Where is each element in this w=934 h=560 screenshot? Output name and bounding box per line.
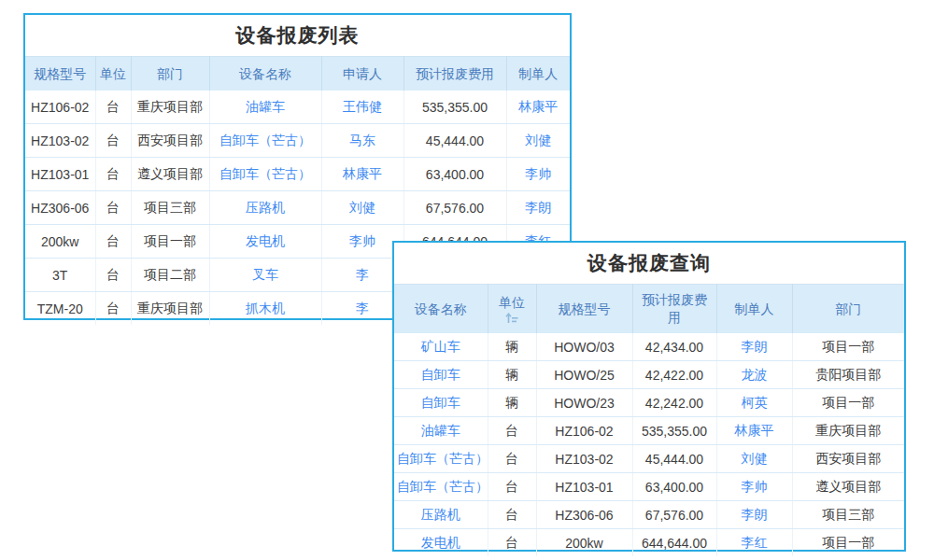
cell-unit: 辆 xyxy=(488,389,536,417)
cell-spec: HZ106-02 xyxy=(25,91,95,124)
cell-applicant[interactable]: 马东 xyxy=(321,124,403,158)
table-row: 自卸车（芒古）台HZ103-0245,444.00刘健西安项目部 xyxy=(394,445,904,473)
cell-maker[interactable]: 李红 xyxy=(716,529,792,557)
column-header-spec: 规格型号 xyxy=(25,57,95,91)
cell-cost: 63,400.00 xyxy=(403,158,506,191)
cell-applicant[interactable]: 李帅 xyxy=(321,225,403,259)
cell-maker[interactable]: 林康平 xyxy=(506,91,570,124)
table-row: 发电机台200kw644,644.00李红项目一部 xyxy=(394,529,904,557)
cell-dept: 贵阳项目部 xyxy=(792,361,904,389)
cell-maker[interactable]: 柯英 xyxy=(716,389,792,417)
cell-cost: 535,355.00 xyxy=(632,417,716,445)
column-header-unit: 单位 xyxy=(95,57,131,91)
cell-spec: 200kw xyxy=(25,225,95,259)
cell-cost: 42,242.00 xyxy=(632,389,716,417)
cell-dept: 重庆项目部 xyxy=(131,91,209,124)
scrap-query-title: 设备报废查询 xyxy=(394,243,904,284)
cell-spec: TZM-20 xyxy=(25,292,95,326)
cell-device[interactable]: 油罐车 xyxy=(209,91,321,124)
cell-device[interactable]: 自卸车 xyxy=(394,361,488,389)
cell-maker[interactable]: 刘健 xyxy=(506,124,570,158)
cell-unit: 台 xyxy=(95,158,131,191)
cell-unit: 台 xyxy=(95,225,131,259)
cell-spec: HZ103-01 xyxy=(25,158,95,191)
cell-maker[interactable]: 李帅 xyxy=(716,473,792,501)
cell-cost: 42,422.00 xyxy=(632,361,716,389)
cell-applicant[interactable]: 李 xyxy=(321,292,403,326)
column-header-dept: 部门 xyxy=(131,57,209,91)
column-header-cost: 预计报废费用 xyxy=(632,285,716,334)
cell-dept: 项目三部 xyxy=(131,191,209,225)
table-row: 自卸车辆HOWO/2342,242.00柯英项目一部 xyxy=(394,389,904,417)
cell-unit: 台 xyxy=(488,529,536,557)
table-row: 压路机台HZ306-0667,576.00李朗项目三部 xyxy=(394,501,904,529)
column-label: 制单人 xyxy=(511,65,567,83)
cell-device[interactable]: 发电机 xyxy=(394,529,488,557)
cell-spec: 3T xyxy=(25,259,95,292)
cell-cost: 535,355.00 xyxy=(403,91,506,124)
cell-dept: 项目一部 xyxy=(792,389,904,417)
scrap-query-table: 设备名称单位规格型号预计报废费用制单人部门矿山车辆HOWO/0342,434.0… xyxy=(394,284,904,556)
cell-maker[interactable]: 龙波 xyxy=(716,361,792,389)
column-label: 申请人 xyxy=(326,65,400,83)
cell-maker[interactable]: 李朗 xyxy=(506,191,570,225)
cell-device[interactable]: 压路机 xyxy=(209,191,321,225)
cell-dept: 重庆项目部 xyxy=(792,417,904,445)
cell-maker[interactable]: 李朗 xyxy=(716,501,792,529)
column-label: 部门 xyxy=(797,301,901,318)
cell-spec: HZ103-02 xyxy=(536,445,632,473)
table-row: 油罐车台HZ106-02535,355.00林康平重庆项目部 xyxy=(394,417,904,445)
cell-device[interactable]: 自卸车（芒古） xyxy=(209,124,321,158)
cell-spec: 200kw xyxy=(536,529,632,557)
cell-dept: 项目一部 xyxy=(792,529,904,557)
column-label: 设备名称 xyxy=(214,65,318,83)
cell-device[interactable]: 压路机 xyxy=(394,501,488,529)
cell-device[interactable]: 叉车 xyxy=(209,259,321,292)
cell-device[interactable]: 抓木机 xyxy=(209,292,321,326)
cell-unit: 台 xyxy=(95,292,131,326)
cell-maker[interactable]: 李朗 xyxy=(716,333,792,361)
header-row: 设备名称单位规格型号预计报废费用制单人部门 xyxy=(394,285,904,334)
cell-device[interactable]: 自卸车（芒古） xyxy=(394,445,488,473)
cell-spec: HOWO/25 xyxy=(536,361,632,389)
cell-spec: HZ103-01 xyxy=(536,473,632,501)
cell-device[interactable]: 自卸车（芒古） xyxy=(394,473,488,501)
column-header-unit[interactable]: 单位 xyxy=(488,285,536,334)
cell-device[interactable]: 自卸车 xyxy=(394,389,488,417)
cell-dept: 项目一部 xyxy=(792,333,904,361)
column-label: 预计报废费用 xyxy=(637,291,713,327)
cell-applicant[interactable]: 李 xyxy=(321,259,403,292)
column-header-maker: 制单人 xyxy=(716,285,792,334)
cell-unit: 台 xyxy=(488,473,536,501)
cell-maker[interactable]: 林康平 xyxy=(716,417,792,445)
scrap-list-title: 设备报废列表 xyxy=(25,15,570,56)
column-header-applicant: 申请人 xyxy=(321,57,403,91)
cell-device[interactable]: 油罐车 xyxy=(394,417,488,445)
cell-dept: 重庆项目部 xyxy=(131,292,209,326)
column-label: 制单人 xyxy=(721,301,788,318)
cell-applicant[interactable]: 刘健 xyxy=(321,191,403,225)
table-row: 矿山车辆HOWO/0342,434.00李朗项目一部 xyxy=(394,333,904,361)
cell-cost: 67,576.00 xyxy=(403,191,506,225)
cell-dept: 项目一部 xyxy=(131,225,209,259)
cell-maker[interactable]: 李帅 xyxy=(506,158,570,191)
cell-dept: 遵义项目部 xyxy=(131,158,209,191)
cell-unit: 台 xyxy=(95,91,131,124)
cell-device[interactable]: 矿山车 xyxy=(394,333,488,361)
cell-spec: HOWO/03 xyxy=(536,333,632,361)
cell-dept: 遵义项目部 xyxy=(792,473,904,501)
cell-unit: 台 xyxy=(488,417,536,445)
cell-applicant[interactable]: 林康平 xyxy=(321,158,403,191)
cell-cost: 45,444.00 xyxy=(403,124,506,158)
column-header-maker: 制单人 xyxy=(506,57,570,91)
cell-spec: HZ103-02 xyxy=(25,124,95,158)
column-header-device: 设备名称 xyxy=(209,57,321,91)
cell-applicant[interactable]: 王伟健 xyxy=(321,91,403,124)
cell-maker[interactable]: 刘健 xyxy=(716,445,792,473)
cell-device[interactable]: 自卸车（芒古） xyxy=(209,158,321,191)
cell-unit: 台 xyxy=(95,191,131,225)
cell-device[interactable]: 发电机 xyxy=(209,225,321,259)
column-label: 设备名称 xyxy=(398,301,484,318)
table-row: HZ103-02台西安项目部自卸车（芒古）马东45,444.00刘健 xyxy=(25,124,570,158)
cell-spec: HZ106-02 xyxy=(536,417,632,445)
